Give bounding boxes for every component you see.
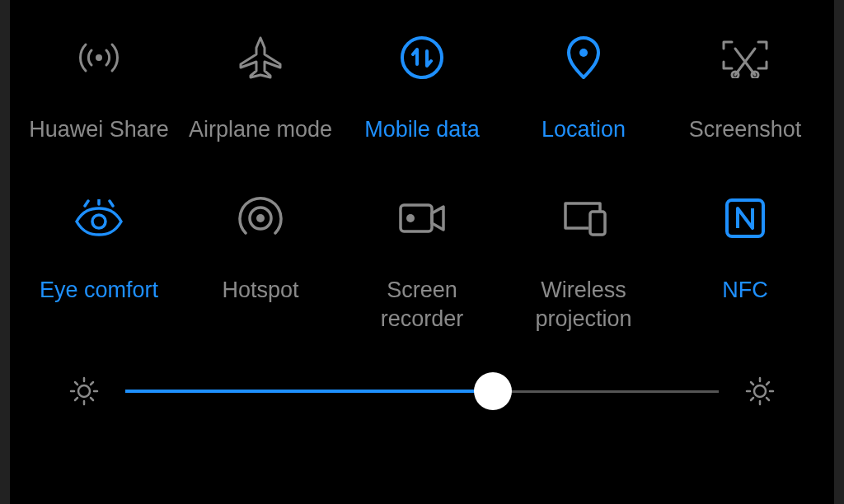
tile-hotspot[interactable]: Hotspot <box>180 194 341 334</box>
tile-screenshot[interactable]: Screenshot <box>664 33 826 144</box>
wireless-projection-icon <box>559 194 608 243</box>
brightness-row <box>18 375 826 408</box>
tile-label: Wireless projection <box>535 276 631 334</box>
tile-label: Hotspot <box>222 276 298 305</box>
screen-recorder-icon <box>397 194 447 243</box>
toggle-grid: Huawei Share Airplane mode Mobile data <box>18 33 826 334</box>
tile-label: Airplane mode <box>189 115 332 144</box>
svg-point-13 <box>754 385 766 397</box>
tile-mobile-data[interactable]: Mobile data <box>341 33 503 144</box>
svg-rect-8 <box>401 205 432 231</box>
tile-label: Screenshot <box>689 115 802 144</box>
tile-label: Mobile data <box>364 115 480 144</box>
slider-thumb[interactable] <box>474 372 512 410</box>
tile-nfc[interactable]: NFC <box>664 194 826 334</box>
tile-label: Screen recorder <box>381 276 464 334</box>
svg-point-0 <box>96 54 102 61</box>
brightness-high-icon <box>743 375 776 408</box>
quick-settings-panel: Huawei Share Airplane mode Mobile data <box>10 0 834 504</box>
tile-label: Huawei Share <box>29 115 169 144</box>
tile-location[interactable]: Location <box>503 33 664 144</box>
tile-airplane-mode[interactable]: Airplane mode <box>180 33 341 144</box>
tile-screen-recorder[interactable]: Screen recorder <box>341 194 503 334</box>
svg-point-12 <box>78 385 90 397</box>
nfc-icon <box>724 194 767 243</box>
svg-point-1 <box>402 38 442 77</box>
eye-icon <box>73 194 124 243</box>
tile-wireless-projection[interactable]: Wireless projection <box>503 194 664 334</box>
tile-label: Eye comfort <box>40 276 158 305</box>
brightness-low-icon <box>68 375 101 408</box>
tile-eye-comfort[interactable]: Eye comfort <box>18 194 180 334</box>
slider-fill <box>125 390 493 393</box>
hotspot-icon <box>237 194 284 243</box>
mobile-data-icon <box>399 33 445 82</box>
brightness-slider[interactable] <box>125 375 719 408</box>
svg-point-5 <box>92 215 106 228</box>
svg-point-2 <box>579 49 588 57</box>
tile-label: Location <box>542 115 626 144</box>
location-pin-icon <box>560 33 607 82</box>
screenshot-icon <box>720 33 770 82</box>
broadcast-icon <box>76 33 122 82</box>
svg-point-9 <box>406 214 415 222</box>
tile-huawei-share[interactable]: Huawei Share <box>18 33 180 144</box>
svg-point-6 <box>256 214 265 222</box>
tile-label: NFC <box>722 276 768 305</box>
svg-rect-10 <box>590 212 605 235</box>
airplane-icon <box>237 33 284 82</box>
